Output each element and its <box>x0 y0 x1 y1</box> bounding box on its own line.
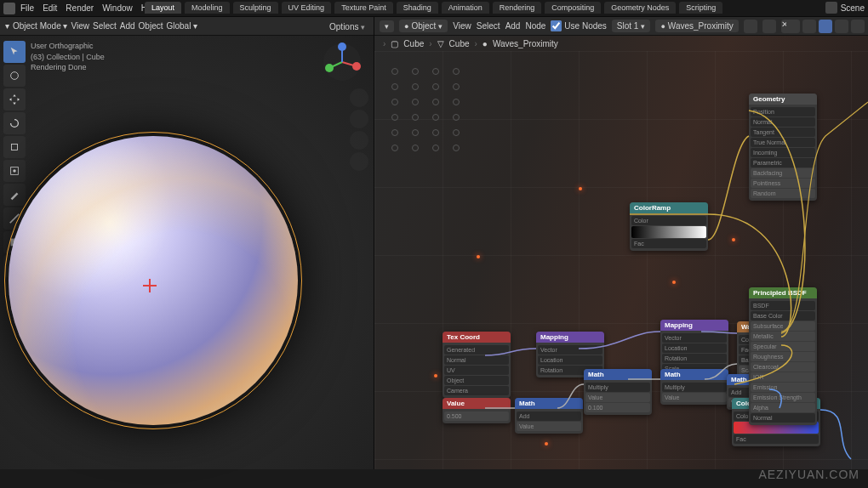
perspective-icon[interactable] <box>350 152 368 171</box>
node-breadcrumb: ›▢Cube ›▽Cube ›●Waves_Proximity <box>374 36 868 51</box>
tab-geonodes[interactable]: Geometry Nodes <box>604 2 676 14</box>
watermark: AEZIYUAN.COM <box>758 468 859 481</box>
orientation-dropdown[interactable]: Global ▾ <box>166 21 197 31</box>
svg-point-0 <box>11 72 19 80</box>
tool-transform[interactable] <box>3 160 26 182</box>
scene-icon[interactable] <box>825 2 837 14</box>
tab-sculpting[interactable]: Sculpting <box>233 2 278 14</box>
tool-annotate[interactable] <box>3 184 26 206</box>
menu-file[interactable]: File <box>20 3 34 13</box>
np-menu-node[interactable]: Node <box>525 21 545 31</box>
node-colorramp-1[interactable]: ColorRampColorFac <box>630 202 708 251</box>
tab-rendering[interactable]: Rendering <box>493 2 542 14</box>
node-dots <box>391 68 465 151</box>
tab-compositing[interactable]: Compositing <box>545 2 601 14</box>
particle-icon <box>434 374 437 377</box>
snap-toggle-icon[interactable] <box>802 20 816 33</box>
tool-c-icon[interactable] <box>851 20 865 33</box>
scene-name[interactable]: Scene <box>841 3 865 13</box>
node-principled[interactable]: Principled BSDFBSDFBase ColorSubsurfaceM… <box>749 287 817 425</box>
blender-logo-icon <box>3 3 15 14</box>
use-nodes-checkbox[interactable]: Use Nodes <box>551 20 606 31</box>
vp-menu-add[interactable]: Add <box>120 21 135 31</box>
node-mapping-2[interactable]: MappingVectorLocationRotationScale <box>660 320 728 376</box>
viewport-info: User Orthographic (63) Collection | Cube… <box>31 41 105 73</box>
overlay-toggle-icon[interactable] <box>786 20 800 33</box>
nav-gizmo[interactable] <box>323 43 362 82</box>
workspace-tabs: Layout Modeling Sculpting UV Editing Tex… <box>145 2 722 14</box>
shader-editor[interactable]: ▾ ● Object ▾ View Select Add Node Use No… <box>374 17 868 469</box>
particle-icon <box>579 187 582 190</box>
tool-scale[interactable] <box>3 136 26 158</box>
vp-menu-object[interactable]: Object <box>139 21 163 31</box>
tab-texpaint[interactable]: Texture Paint <box>334 2 393 14</box>
pan-icon[interactable] <box>350 110 368 128</box>
material-selector[interactable]: ● Waves_Proximity <box>655 20 738 32</box>
np-menu-view[interactable]: View <box>453 21 471 31</box>
shield-icon[interactable] <box>762 20 776 33</box>
zoom-icon[interactable] <box>350 88 368 107</box>
menubar: File Edit Render Window Help <box>20 3 158 13</box>
np-menu-add[interactable]: Add <box>505 21 521 31</box>
node-texcoord[interactable]: Tex CoordGeneratedNormalUVObjectCamera <box>443 332 511 398</box>
camera-icon[interactable] <box>350 131 368 150</box>
node-editor-type-dropdown[interactable]: ▾ <box>380 20 394 32</box>
svg-point-3 <box>13 169 16 173</box>
particle-icon <box>477 255 480 258</box>
menu-render[interactable]: Render <box>66 3 94 13</box>
tab-shading[interactable]: Shading <box>397 2 438 14</box>
menu-edit[interactable]: Edit <box>43 3 57 13</box>
mode-dropdown[interactable]: Object Mode ▾ <box>13 21 67 31</box>
tab-modeling[interactable]: Modeling <box>185 2 230 14</box>
tab-layout[interactable]: Layout <box>145 2 181 14</box>
tool-rotate[interactable] <box>3 112 26 134</box>
node-value[interactable]: Value0.500 <box>443 398 511 423</box>
svg-rect-1 <box>12 145 18 150</box>
shader-type-dropdown[interactable]: ● Object ▾ <box>399 20 448 32</box>
node-geometry[interactable]: GeometryPositionNormalTangentTrue Normal… <box>749 94 817 201</box>
vp-menu-select[interactable]: Select <box>93 21 117 31</box>
tab-scripting[interactable]: Scripting <box>679 2 722 14</box>
tab-animation[interactable]: Animation <box>442 2 489 14</box>
3d-cursor-icon <box>143 279 157 292</box>
crumb-mesh[interactable]: Cube <box>449 39 470 48</box>
node-math-2[interactable]: MathMultiplyValue0.100 <box>584 369 652 415</box>
node-math-1[interactable]: MathAddValue <box>515 398 583 434</box>
particle-icon <box>545 442 548 445</box>
svg-point-8 <box>352 62 361 71</box>
options-dropdown[interactable]: Options ▾ <box>329 22 365 31</box>
vp-menu-view[interactable]: View <box>71 21 89 31</box>
crumb-material[interactable]: Waves_Proximity <box>493 39 558 48</box>
tool-b-icon[interactable] <box>835 20 848 33</box>
particle-icon <box>732 238 735 241</box>
tool-move[interactable] <box>3 88 26 111</box>
np-menu-select[interactable]: Select <box>477 21 500 31</box>
slot-dropdown[interactable]: Slot 1 ▾ <box>612 20 651 32</box>
crumb-object[interactable]: Cube <box>403 39 424 48</box>
tool-select[interactable] <box>3 41 26 63</box>
editor-type-dropdown[interactable]: ▾ <box>5 21 9 31</box>
svg-point-10 <box>325 64 334 72</box>
menu-window[interactable]: Window <box>102 3 133 13</box>
tool-a-icon[interactable] <box>819 20 832 33</box>
tab-uv[interactable]: UV Editing <box>282 2 332 14</box>
3d-viewport[interactable]: ▾ Object Mode ▾ View Select Add Object G… <box>0 17 374 469</box>
node-math-3[interactable]: MathMultiplyValue <box>660 369 728 405</box>
pin-icon[interactable] <box>744 20 757 33</box>
tool-cursor[interactable] <box>3 65 26 87</box>
svg-point-12 <box>338 43 346 51</box>
particle-icon <box>672 281 676 284</box>
